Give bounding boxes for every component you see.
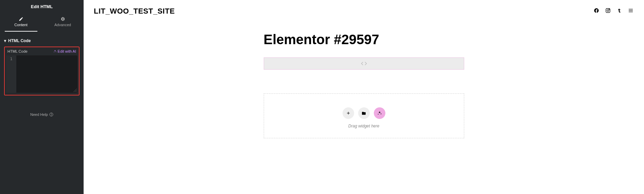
drop-zone-buttons xyxy=(264,107,464,119)
code-icon xyxy=(360,60,368,67)
page-heading: Elementor #29597 xyxy=(264,32,464,47)
pencil-icon xyxy=(19,17,23,21)
field-label-html-code: HTML Code xyxy=(7,49,28,53)
sidebar-title: Edit HTML xyxy=(0,0,84,13)
gear-icon xyxy=(60,17,65,21)
ai-link-label: Edit with AI xyxy=(58,49,76,53)
add-widget-button[interactable] xyxy=(343,107,354,119)
template-library-button[interactable] xyxy=(358,107,370,119)
need-help-link[interactable]: Need Help xyxy=(0,112,84,117)
field-row: HTML Code Edit with AI xyxy=(6,49,77,55)
svg-point-4 xyxy=(609,9,609,10)
plus-icon xyxy=(346,111,351,116)
code-editor-gutter: 1 xyxy=(6,55,16,93)
svg-point-1 xyxy=(51,115,52,116)
edit-with-ai-link[interactable]: Edit with AI xyxy=(53,49,76,53)
tab-advanced-label: Advanced xyxy=(54,23,71,27)
need-help-label: Need Help xyxy=(30,112,48,117)
section-title: HTML Code xyxy=(8,38,31,43)
editor-canvas: LIT_WOO_TEST_SITE Elementor #29597 xyxy=(84,0,644,194)
svg-point-0 xyxy=(50,113,53,116)
drop-zone[interactable]: Drag widget here xyxy=(264,93,464,138)
tab-advanced[interactable]: Advanced xyxy=(42,13,84,32)
ai-generate-button[interactable] xyxy=(374,107,385,119)
question-circle-icon xyxy=(49,112,53,117)
resize-handle-icon[interactable] xyxy=(73,89,77,92)
content-area: Elementor #29597 Drag widget here xyxy=(264,32,464,138)
field-highlight-box: HTML Code Edit with AI 1 xyxy=(4,47,80,95)
html-code-editor[interactable]: 1 xyxy=(6,55,77,93)
section-header-html-code[interactable]: ▾ HTML Code xyxy=(4,36,80,46)
sparkle-icon xyxy=(53,50,57,53)
site-header: LIT_WOO_TEST_SITE xyxy=(94,7,634,16)
tab-content-label: Content xyxy=(14,23,28,27)
header-icons xyxy=(594,8,634,15)
code-editor-body[interactable] xyxy=(16,55,77,93)
drop-zone-label: Drag widget here xyxy=(264,124,464,128)
instagram-icon[interactable] xyxy=(605,8,611,15)
folder-icon xyxy=(361,111,366,116)
editor-sidebar: Edit HTML Content Advanced ▾ HTML Code H… xyxy=(0,0,84,194)
section-html-code: ▾ HTML Code HTML Code Edit with AI 1 xyxy=(0,32,84,95)
svg-point-3 xyxy=(607,10,609,11)
caret-down-icon: ▾ xyxy=(4,38,6,43)
facebook-icon[interactable] xyxy=(594,8,599,15)
sparkle-icon xyxy=(377,111,382,116)
tab-content[interactable]: Content xyxy=(0,13,42,32)
menu-icon[interactable] xyxy=(628,8,634,15)
line-number-1: 1 xyxy=(6,57,16,61)
site-title: LIT_WOO_TEST_SITE xyxy=(94,7,175,16)
tumblr-icon[interactable] xyxy=(617,8,622,15)
sidebar-tabs: Content Advanced xyxy=(0,13,84,32)
html-widget-placeholder[interactable] xyxy=(264,57,464,70)
